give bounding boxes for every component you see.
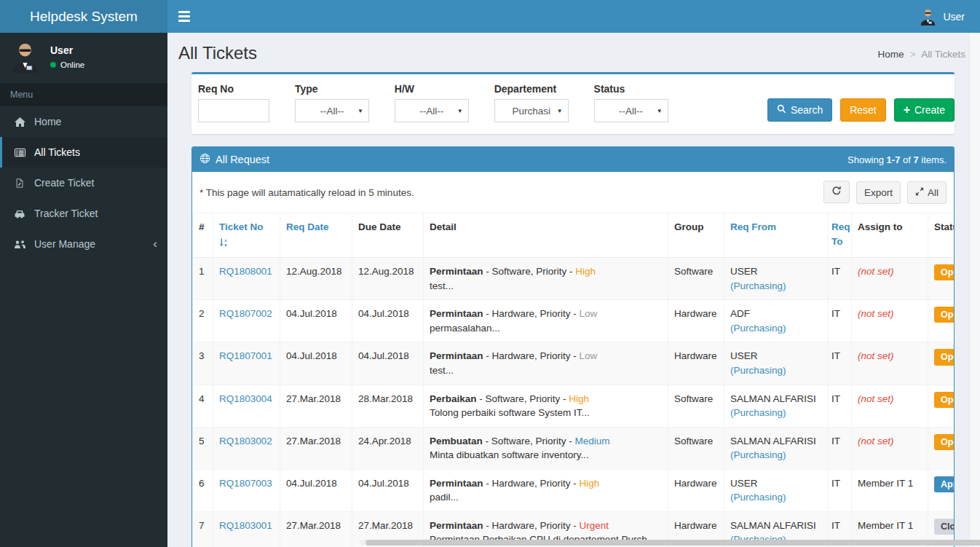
sidebar-item-create-ticket[interactable]: Create Ticket	[0, 168, 167, 198]
requester-dept-link[interactable]: (Purchasing)	[730, 407, 786, 418]
table-header-row: #Ticket NozaReq DateDue DateDetailGroupR…	[193, 213, 955, 258]
reload-note: * This page will autamatically reload in…	[199, 187, 414, 198]
assign-to-cell: (not set)	[852, 342, 928, 385]
requester-dept-link[interactable]: (Purchasing)	[730, 323, 786, 334]
col-header-req-from[interactable]: Req From	[724, 213, 829, 258]
globe-icon	[199, 153, 210, 166]
create-button[interactable]: + Create	[894, 98, 955, 122]
detail-description: test...	[430, 279, 662, 294]
row-index: 1	[193, 258, 213, 300]
users-icon	[12, 240, 27, 249]
breadcrumb-home-link[interactable]: Home	[877, 49, 904, 60]
status-cell: Open	[928, 342, 955, 385]
dropdown-arrow-icon: ▼	[557, 108, 563, 114]
row-index: 2	[193, 300, 213, 342]
requester-dept-link[interactable]: (Purchasing)	[730, 280, 786, 291]
refresh-button[interactable]	[823, 181, 850, 203]
export-button[interactable]: Export	[856, 181, 901, 204]
dropdown-arrow-icon: ▼	[657, 108, 663, 114]
sidebar-toggle-button[interactable]	[178, 11, 194, 22]
requester-dept-link[interactable]: (Purchasing)	[730, 492, 786, 503]
ticket-link[interactable]: RQ1803004	[219, 393, 272, 404]
assign-to-value: Member IT 1	[858, 478, 913, 489]
sidebar-menu-header: Menu	[0, 83, 167, 106]
content-area: All Tickets Home > All Tickets Req No Ty…	[167, 33, 980, 547]
group-cell: Hardware	[668, 342, 724, 385]
plus-icon: +	[904, 106, 910, 114]
assign-to-value: (not set)	[858, 393, 894, 404]
ticket-row-RQ1803002: 5RQ180300227.Mar.201824.Apr.2018Pembuata…	[193, 427, 955, 469]
assign-to-cell: (not set)	[852, 300, 928, 342]
status-badge: Open	[934, 307, 954, 323]
status-badge: Open	[934, 264, 954, 280]
sidebar-item-user-manage[interactable]: User Manage‹	[0, 229, 167, 259]
priority-label: High	[575, 266, 596, 277]
requester-dept-link[interactable]: (Purchasing)	[730, 449, 786, 460]
breadcrumb-current: All Tickets	[921, 49, 965, 60]
detail-description: permasalahan...	[430, 321, 662, 336]
vertical-scrollbar[interactable]	[969, 33, 980, 547]
due-date-cell: 28.Mar.2018	[352, 385, 424, 427]
req-no-input[interactable]	[198, 99, 269, 122]
horizontal-scrollbar[interactable]	[360, 540, 980, 546]
req-to-cell: IT	[829, 427, 852, 469]
sidebar-item-all-tickets[interactable]: All Tickets	[0, 137, 167, 168]
row-index: 3	[193, 342, 213, 385]
hw-select[interactable]: --All-- ▼	[395, 99, 469, 122]
col-header-req-to[interactable]: Req To	[829, 213, 852, 258]
group-cell: Hardware	[668, 469, 724, 511]
ticket-link[interactable]: RQ1807002	[219, 308, 272, 319]
horizontal-scrollbar-thumb[interactable]	[365, 540, 980, 546]
ticket-link[interactable]: RQ1803002	[219, 436, 272, 446]
expand-all-button[interactable]: All	[907, 181, 947, 204]
ticket-link[interactable]: RQ1807003	[219, 478, 272, 489]
detail-cell: Permintaan - Hardware, Priority - Lowper…	[424, 300, 668, 342]
home-icon	[12, 117, 27, 127]
ticket-link[interactable]: RQ1807001	[219, 350, 272, 361]
departement-select[interactable]: Purchasi ▼	[494, 99, 569, 122]
sidebar-item-home[interactable]: Home	[0, 106, 167, 137]
type-label: Type	[295, 83, 369, 95]
col-header-group: Group	[668, 213, 724, 258]
sidebar-item-tracker-ticket[interactable]: Tracker Ticket	[0, 198, 167, 229]
top-navbar: Helpdesk System User	[0, 0, 980, 33]
col-header-req-date[interactable]: Req Date	[280, 213, 352, 258]
row-index: 6	[193, 469, 213, 511]
sidebar-menu: HomeAll TicketsCreate TicketTracker Tick…	[0, 106, 167, 259]
ticket-no-cell: RQ1808001	[213, 258, 280, 300]
col-header-: #	[193, 213, 213, 258]
navbar-user-menu[interactable]: User	[914, 4, 969, 28]
status-cell: Open	[928, 385, 955, 427]
tickets-table: #Ticket NozaReq DateDue DateDetailGroupR…	[192, 213, 954, 547]
status-select[interactable]: --All-- ▼	[594, 99, 668, 122]
status-cell: Open	[928, 427, 955, 469]
group-cell: Software	[668, 258, 724, 300]
row-index: 4	[193, 385, 213, 427]
navbar-user-label: User	[943, 11, 965, 23]
reset-button[interactable]: Reset	[840, 98, 886, 122]
status-badge: Approved	[934, 476, 954, 492]
content-header: All Tickets Home > All Tickets	[167, 33, 980, 68]
detail-description: Tolong perbaiki software System IT...	[430, 406, 662, 420]
ticket-no-cell: RQ1807002	[213, 300, 280, 342]
ticket-link[interactable]: RQ1803001	[219, 520, 272, 531]
search-button[interactable]: Search	[767, 98, 832, 122]
requester-dept-link[interactable]: (Purchasing)	[730, 365, 786, 376]
req-to-cell: IT	[829, 258, 852, 300]
req-to-cell: IT	[829, 342, 852, 385]
type-select[interactable]: --All-- ▼	[295, 99, 369, 122]
ticket-link[interactable]: RQ1808001	[219, 266, 272, 277]
assign-to-value: (not set)	[858, 436, 894, 446]
chevron-left-icon: ‹	[153, 240, 157, 248]
sidebar-item-label: All Tickets	[34, 146, 80, 158]
user-online-status[interactable]: Online	[50, 60, 84, 69]
priority-label: High	[580, 478, 600, 489]
ticket-no-cell: RQ1803002	[213, 427, 280, 469]
col-header-ticket-no[interactable]: Ticket Noza	[213, 213, 280, 258]
app-logo[interactable]: Helpdesk System	[0, 0, 167, 33]
req-from-cell: SALMAN ALFARISI(Purchasing)	[724, 385, 829, 427]
row-index: 7	[193, 511, 213, 547]
due-date-cell: 12.Aug.2018	[352, 258, 424, 300]
ticket-row-RQ1803004: 4RQ180300427.Mar.201828.Mar.2018Perbaika…	[193, 385, 955, 427]
detail-cell: Permintaan - Hardware, Priority - Highpa…	[424, 469, 668, 511]
